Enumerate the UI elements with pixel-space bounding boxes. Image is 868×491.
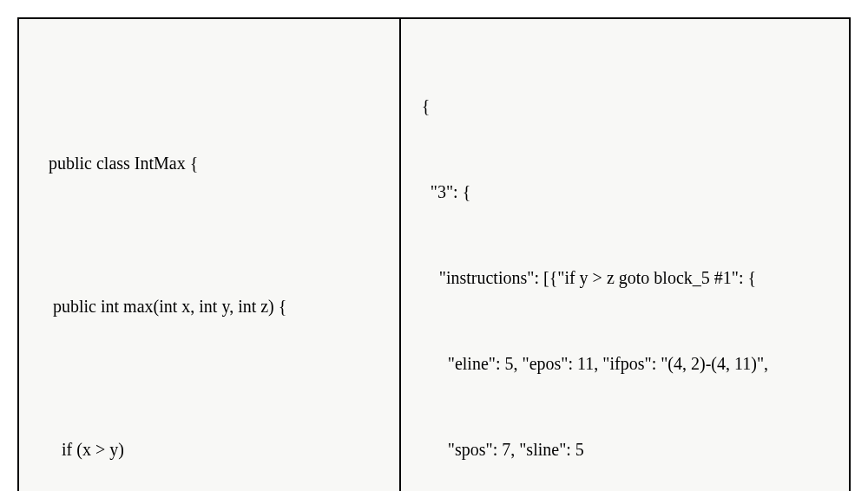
code-line: public int max(int x, int y, int z) { (40, 292, 378, 321)
json-line: "spos": 7, "sline": 5 (422, 435, 828, 464)
json-line: "eline": 5, "epos": 11, "ifpos": "(4, 2)… (422, 350, 828, 378)
two-column-figure: public class IntMax { public int max(int… (17, 17, 851, 491)
json-line: "instructions": [{"if y > z goto block_5… (422, 264, 828, 292)
left-panel-source-code: public class IntMax { public int max(int… (19, 19, 401, 491)
json-line: { (422, 92, 828, 121)
code-line: public class IntMax { (40, 149, 378, 178)
json-line: "3": { (422, 178, 828, 206)
code-line: if (x > y) (40, 435, 378, 464)
right-panel-json: { "3": { "instructions": [{"if y > z got… (401, 19, 849, 491)
